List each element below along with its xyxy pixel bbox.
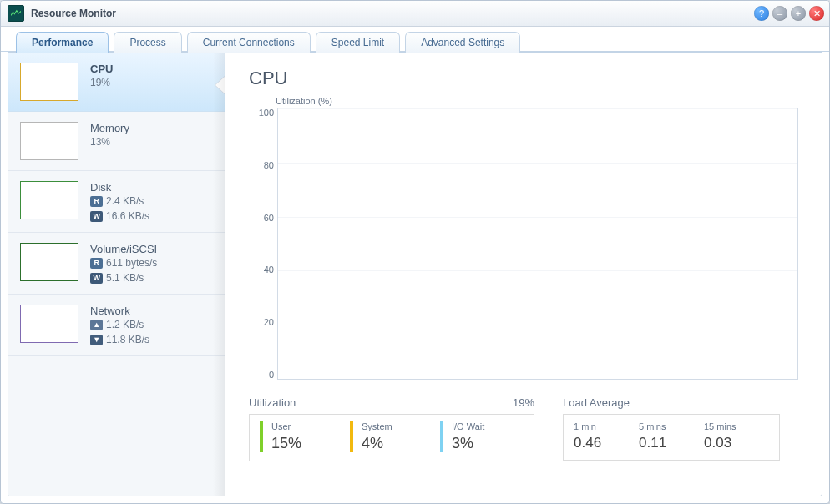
stat-label: User bbox=[271, 421, 343, 431]
stat-value: 0.46 bbox=[574, 435, 639, 451]
network-down-value: ▼ 11.8 KB/s bbox=[90, 334, 149, 345]
volume-read-value: R 611 bytes/s bbox=[90, 257, 157, 269]
stat-label: 1 min bbox=[574, 421, 639, 431]
volume-thumb-icon bbox=[20, 243, 78, 281]
chart-axis-label: Utilization (%) bbox=[276, 96, 798, 106]
close-button[interactable]: ✕ bbox=[809, 6, 824, 21]
chart-plot-area bbox=[277, 108, 798, 380]
maximize-button[interactable]: + bbox=[791, 6, 806, 21]
loadavg-1min: 1 min 0.46 bbox=[574, 421, 639, 451]
utilization-group: Utilization 19% User 15% System 4% bbox=[249, 396, 534, 461]
read-badge-icon: R bbox=[90, 196, 103, 207]
write-badge-icon: W bbox=[90, 211, 103, 222]
volume-write-value: W 5.1 KB/s bbox=[90, 272, 157, 284]
sidebar-item-value: 13% bbox=[90, 136, 129, 148]
memory-thumb-icon bbox=[20, 122, 78, 160]
write-badge-icon: W bbox=[90, 273, 103, 284]
tab-label: Speed Limit bbox=[331, 37, 384, 48]
stat-label: 15 mins bbox=[704, 421, 769, 431]
resource-monitor-window: Resource Monitor ? – + ✕ Performance Pro… bbox=[0, 0, 830, 504]
ytick: 40 bbox=[264, 265, 274, 275]
sidebar-item-value: 19% bbox=[90, 77, 113, 88]
minimize-button[interactable]: – bbox=[772, 6, 787, 21]
network-up-value: ▲ 1.2 KB/s bbox=[90, 319, 149, 330]
loadavg-15min: 15 mins 0.03 bbox=[704, 421, 769, 451]
page-title: CPU bbox=[249, 68, 798, 89]
window-title: Resource Monitor bbox=[31, 8, 754, 19]
ytick: 100 bbox=[259, 108, 274, 118]
stats-row: Utilization 19% User 15% System 4% bbox=[249, 396, 798, 461]
network-thumb-icon bbox=[20, 305, 78, 343]
tab-advanced-settings[interactable]: Advanced Settings bbox=[405, 32, 520, 53]
sidebar-item-volume-iscsi[interactable]: Volume/iSCSI R 611 bytes/s W 5.1 KB/s bbox=[8, 233, 225, 295]
disk-thumb-icon bbox=[20, 181, 78, 219]
sidebar-item-label: Volume/iSCSI bbox=[90, 243, 157, 255]
tab-label: Process bbox=[129, 37, 165, 48]
upload-arrow-icon: ▲ bbox=[90, 320, 103, 330]
tab-performance[interactable]: Performance bbox=[16, 32, 109, 53]
sidebar: CPU 19% Memory 13% Disk R 2.4 KB/s bbox=[8, 53, 225, 496]
stat-value: 15% bbox=[271, 435, 343, 452]
read-badge-icon: R bbox=[90, 258, 103, 269]
cpu-thumb-icon bbox=[20, 63, 78, 101]
tab-current-connections[interactable]: Current Connections bbox=[187, 32, 311, 53]
cpu-utilization-chart: 100 80 60 40 20 0 bbox=[249, 108, 798, 380]
sidebar-item-label: Disk bbox=[90, 181, 149, 194]
loadavg-box: 1 min 0.46 5 mins 0.11 15 mins 0.03 bbox=[563, 414, 780, 461]
stat-user: User 15% bbox=[260, 421, 343, 452]
ytick: 60 bbox=[264, 213, 274, 223]
content-panel: CPU Utilization (%) 100 80 60 40 20 0 bbox=[225, 53, 822, 496]
workarea: CPU 19% Memory 13% Disk R 2.4 KB/s bbox=[8, 52, 822, 496]
sidebar-item-label: Network bbox=[90, 305, 149, 317]
loadavg-5min: 5 mins 0.11 bbox=[639, 421, 704, 451]
stat-value: 4% bbox=[362, 435, 433, 452]
ytick: 20 bbox=[264, 317, 274, 327]
sidebar-item-label: CPU bbox=[90, 63, 113, 75]
utilization-total: 19% bbox=[513, 396, 534, 409]
sidebar-item-cpu[interactable]: CPU 19% bbox=[8, 53, 225, 112]
tabstrip: Performance Process Current Connections … bbox=[1, 27, 829, 52]
sidebar-item-memory[interactable]: Memory 13% bbox=[8, 112, 225, 171]
stat-iowait: I/O Wait 3% bbox=[440, 421, 524, 452]
tab-label: Performance bbox=[32, 37, 93, 48]
stat-value: 0.11 bbox=[639, 435, 704, 451]
tab-label: Current Connections bbox=[203, 37, 295, 48]
stat-value: 3% bbox=[452, 435, 524, 452]
tab-speed-limit[interactable]: Speed Limit bbox=[316, 32, 400, 53]
loadavg-head: Load Average bbox=[563, 396, 630, 409]
disk-read-value: R 2.4 KB/s bbox=[90, 195, 149, 207]
stat-label: System bbox=[362, 421, 433, 431]
download-arrow-icon: ▼ bbox=[90, 335, 103, 345]
utilization-box: User 15% System 4% I/O Wait 3% bbox=[249, 414, 534, 461]
ytick: 0 bbox=[269, 370, 274, 380]
utilization-head: Utilization bbox=[249, 396, 296, 409]
disk-write-value: W 16.6 KB/s bbox=[90, 210, 149, 222]
loadavg-group: Load Average 1 min 0.46 5 mins 0.11 15 m… bbox=[563, 396, 780, 461]
titlebar: Resource Monitor ? – + ✕ bbox=[1, 1, 829, 27]
sidebar-item-disk[interactable]: Disk R 2.4 KB/s W 16.6 KB/s bbox=[8, 171, 225, 233]
stat-label: I/O Wait bbox=[452, 421, 524, 431]
tab-process[interactable]: Process bbox=[114, 32, 181, 53]
window-buttons: ? – + ✕ bbox=[754, 6, 824, 21]
app-icon bbox=[8, 5, 24, 22]
help-button[interactable]: ? bbox=[754, 6, 769, 21]
sidebar-item-label: Memory bbox=[90, 122, 129, 134]
chart-y-axis: 100 80 60 40 20 0 bbox=[249, 108, 277, 380]
ytick: 80 bbox=[264, 160, 274, 170]
stat-label: 5 mins bbox=[639, 421, 704, 431]
stat-value: 0.03 bbox=[704, 435, 769, 451]
sidebar-item-network[interactable]: Network ▲ 1.2 KB/s ▼ 11.8 KB/s bbox=[8, 295, 225, 356]
tab-label: Advanced Settings bbox=[421, 37, 504, 48]
stat-system: System 4% bbox=[350, 421, 433, 452]
